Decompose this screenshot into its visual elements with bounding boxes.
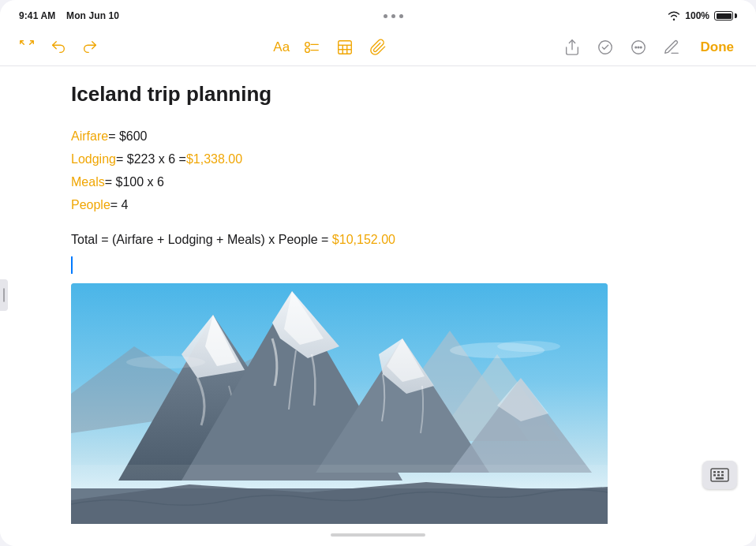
svg-rect-43 [716,477,724,480]
formula-line-people: People = 4 [71,194,709,217]
airfare-expression: = $600 [108,125,147,148]
side-collapse-handle[interactable] [0,279,8,311]
svg-rect-41 [717,474,720,477]
mountain-landscape-svg [71,283,608,524]
new-note-icon[interactable] [661,36,683,58]
svg-rect-37 [713,471,716,473]
lodging-expression: = $223 x 6 = [116,148,186,171]
status-time: 9:41 AM [19,10,55,21]
content-area[interactable]: Iceland trip planning Airfare = $600 Lod… [0,66,756,524]
formula-line-meals: Meals = $100 x 6 [71,171,709,194]
svg-rect-39 [721,471,724,473]
toolbar-left [16,36,101,58]
share-icon[interactable] [561,36,583,58]
svg-point-12 [635,47,637,48]
status-dot-3 [399,14,403,18]
lodging-label: Lodging [71,148,116,171]
svg-point-1 [305,47,310,51]
redo-icon[interactable] [79,36,101,58]
svg-point-13 [638,47,640,48]
wifi-icon [668,11,680,21]
lodging-result: $1,338.00 [186,148,242,171]
keyboard-button[interactable] [702,461,737,489]
keyboard-icon [710,468,729,482]
done-button[interactable]: Done [694,36,740,58]
meals-label: Meals [71,171,105,194]
ipad-frame: 9:41 AM Mon Jun 10 100% [0,0,756,546]
svg-rect-38 [717,471,720,473]
attachment-icon[interactable] [367,36,389,58]
total-expression: Total = (Airfare + Lodging + Meals) x Pe… [71,233,328,246]
format-text-button[interactable]: Aa [273,39,290,55]
svg-rect-42 [721,474,724,477]
status-center-dots [384,14,403,18]
note-title: Iceland trip planning [71,82,709,107]
bottom-bar [0,524,756,546]
svg-rect-32 [71,465,608,488]
status-dot-2 [391,14,395,18]
status-right: 100% [668,10,737,21]
formula-line-airfare: Airfare = $600 [71,125,709,148]
total-line: Total = (Airfare + Lodging + Meals) x Pe… [71,229,709,252]
undo-icon[interactable] [47,36,69,58]
svg-rect-4 [339,40,352,54]
formula-line-lodging: Lodging = $223 x 6 = $1,338.00 [71,148,709,171]
svg-rect-40 [713,474,716,477]
battery-percent: 100% [685,10,709,21]
collapse-icon[interactable] [16,36,38,58]
home-indicator [331,533,425,537]
meals-expression: = $100 x 6 [105,171,164,194]
toolbar: Aa [0,28,756,66]
status-dot-1 [384,14,387,18]
checklist-icon[interactable] [301,36,323,58]
svg-point-14 [641,47,642,48]
people-label: People [71,194,110,217]
table-icon[interactable] [334,36,356,58]
airfare-label: Airfare [71,125,108,148]
status-time-date: 9:41 AM Mon Jun 10 [19,10,119,21]
formula-section: Airfare = $600 Lodging = $223 x 6 = $1,3… [71,125,709,216]
svg-point-0 [305,42,310,47]
status-date: Mon Jun 10 [66,10,119,21]
more-options-icon[interactable] [627,36,649,58]
toolbar-right: Done [561,36,740,58]
svg-point-34 [497,341,560,352]
people-expression: = 4 [110,194,129,217]
svg-point-35 [126,356,205,368]
total-result: $10,152.00 [332,233,395,246]
battery-icon [714,11,737,21]
text-cursor [71,255,709,277]
cursor-blink [71,256,73,274]
mountain-photo [71,283,608,524]
markup-icon[interactable] [594,36,616,58]
status-bar: 9:41 AM Mon Jun 10 100% [0,0,756,28]
toolbar-center: Aa [273,36,389,58]
